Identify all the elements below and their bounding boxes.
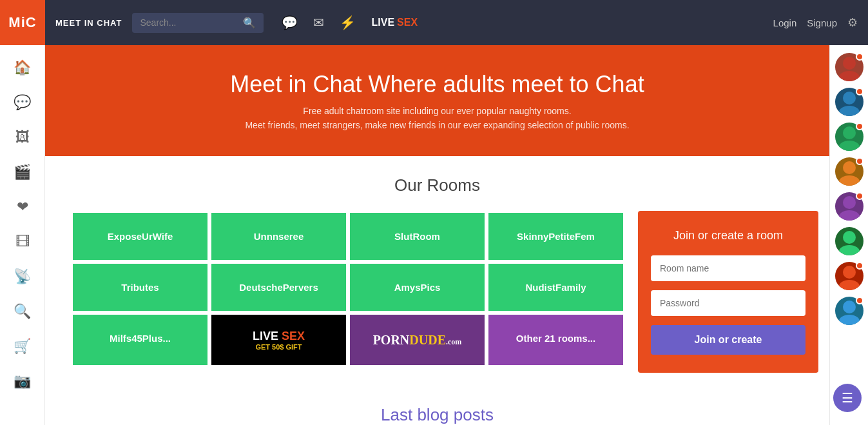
- hero-section: Meet in Chat Where adults meet to Chat F…: [45, 45, 829, 156]
- room-amyspics[interactable]: AmysPics: [348, 262, 487, 313]
- ls-gift: GET 50$ GIFT: [253, 343, 305, 351]
- room-exposexurwife[interactable]: ExposeUrWife: [71, 211, 209, 262]
- chat-float-icon: ☰: [842, 390, 853, 406]
- room-milfs45plus[interactable]: Milfs45Plus...: [71, 313, 209, 367]
- login-link[interactable]: Login: [773, 17, 797, 28]
- sidebar-home[interactable]: 🏠: [6, 52, 39, 84]
- hero-subtitle2: Meet friends, meet strangers, make new f…: [58, 120, 816, 130]
- avatar-8-wrapper: [835, 297, 863, 325]
- bolt-icon[interactable]: ⚡: [340, 15, 356, 30]
- badge-dot-4: [856, 157, 863, 165]
- rooms-with-panel: ExposeUrWife Unnnseree SlutRoom SkinnyPe…: [71, 211, 804, 373]
- svg-point-8: [843, 196, 856, 209]
- sidebar-rss[interactable]: 📡: [6, 261, 39, 293]
- avatar-6[interactable]: [835, 227, 863, 255]
- sex-text: SEX: [397, 17, 418, 28]
- room-nudistfamily[interactable]: NudistFamily: [487, 262, 625, 313]
- avatar-2-wrapper: [835, 88, 863, 116]
- rooms-title: Our Rooms: [71, 175, 804, 195]
- avatar-5-wrapper: [835, 192, 863, 221]
- hero-title: Meet in Chat Where adults meet to Chat: [58, 71, 816, 98]
- room-slutroom[interactable]: SlutRoom: [348, 211, 487, 262]
- badge-dot-3: [856, 123, 863, 130]
- rooms-section: Our Rooms ExposeUrWife Unnnseree SlutRoo…: [45, 156, 829, 392]
- sidebar-video[interactable]: 🎬: [6, 156, 39, 188]
- sidebar-camera[interactable]: 📷: [6, 365, 39, 397]
- avatar-1-wrapper: [835, 53, 863, 81]
- ls-sex: SEX: [282, 330, 305, 342]
- join-title: Join or create a room: [651, 229, 805, 242]
- live-sex-inner: LIVE SEX GET 50$ GIFT: [246, 323, 311, 357]
- brand-name: MEET IN CHAT: [55, 18, 122, 28]
- chat-bubble-icon[interactable]: 💬: [282, 15, 298, 30]
- logo-text: MiC: [8, 14, 36, 31]
- room-skinnypetitefem[interactable]: SkinnyPetiteFem: [487, 211, 625, 262]
- nav-right: Login Signup ⚙: [773, 15, 858, 30]
- room-livesex[interactable]: LIVE SEX GET 50$ GIFT: [209, 313, 348, 367]
- svg-point-6: [843, 161, 856, 174]
- rooms-grid: ExposeUrWife Unnnseree SlutRoom SkinnyPe…: [71, 211, 625, 367]
- rooms-grid-wrapper: ExposeUrWife Unnnseree SlutRoom SkinnyPe…: [71, 211, 625, 373]
- room-porndude[interactable]: PORNDUDE.com: [348, 313, 487, 367]
- pd-com: .com: [446, 337, 461, 346]
- join-panel: Join or create a room Join or create: [638, 211, 818, 373]
- search-icon: 🔍: [243, 17, 256, 29]
- badge-dot-5: [856, 192, 863, 200]
- main-content: Meet in Chat Where adults meet to Chat F…: [45, 45, 829, 425]
- live-text: LIVE: [371, 17, 394, 28]
- signup-link[interactable]: Signup: [807, 17, 837, 28]
- avatar-4-wrapper: [835, 157, 863, 186]
- hero-bg: [45, 45, 829, 156]
- svg-point-15: [839, 315, 860, 325]
- room-unnnseree[interactable]: Unnnseree: [209, 211, 348, 262]
- sidebar-film[interactable]: 🎞: [6, 226, 39, 258]
- svg-point-14: [843, 301, 856, 313]
- svg-point-7: [839, 175, 860, 186]
- badge-dot-7: [856, 262, 863, 270]
- badge-dot-8: [856, 297, 863, 304]
- room-tributes[interactable]: Tributes: [71, 262, 209, 313]
- sidebar-search[interactable]: 🔍: [6, 295, 39, 328]
- room-name-input[interactable]: [651, 255, 805, 281]
- top-navigation: MiC MEET IN CHAT 🔍 💬 ✉ ⚡ LIVE SEX Login …: [0, 0, 868, 45]
- logo-box[interactable]: MiC: [0, 0, 45, 45]
- ls-live: LIVE: [253, 330, 282, 342]
- avatar-6-img: [835, 227, 863, 255]
- svg-point-4: [843, 126, 856, 139]
- sidebar-heart[interactable]: ❤: [6, 191, 39, 223]
- search-input[interactable]: [140, 17, 243, 28]
- password-input[interactable]: [651, 290, 805, 316]
- badge-dot-2: [856, 88, 863, 95]
- svg-point-1: [839, 71, 860, 81]
- pd-porn: PORN: [373, 333, 410, 347]
- svg-point-2: [843, 92, 856, 104]
- sidebar-cart[interactable]: 🛒: [6, 330, 39, 362]
- svg-point-5: [839, 141, 860, 151]
- avatar-6-wrapper: [835, 227, 863, 255]
- search-box: 🔍: [132, 13, 264, 33]
- svg-point-12: [843, 266, 856, 279]
- left-sidebar: 🏠 💬 🖼 🎬 ❤ 🎞 📡 🔍 🛒 📷: [0, 45, 45, 425]
- chat-float-button[interactable]: ☰: [833, 384, 862, 412]
- svg-point-3: [839, 106, 860, 116]
- pd-dude: DUDE: [409, 333, 446, 347]
- pd-text: PORNDUDE.com: [373, 333, 462, 348]
- sidebar-image[interactable]: 🖼: [6, 121, 39, 153]
- svg-point-10: [843, 231, 856, 244]
- right-sidebar: [829, 45, 868, 425]
- blog-title: Last blog posts: [71, 405, 804, 425]
- hero-subtitle1: Free adult chatroom site including our e…: [58, 106, 816, 116]
- live-sex-badge[interactable]: LIVE SEX: [371, 17, 418, 28]
- svg-point-13: [839, 280, 860, 290]
- gear-icon[interactable]: ⚙: [847, 15, 858, 30]
- avatar-3-wrapper: [835, 123, 863, 151]
- join-create-button[interactable]: Join or create: [651, 325, 805, 355]
- blog-section: Last blog posts New sexuality Online Por…: [45, 392, 829, 425]
- avatar-7-wrapper: [835, 262, 863, 290]
- nav-icons: 💬 ✉ ⚡ LIVE SEX: [282, 15, 418, 30]
- mail-icon[interactable]: ✉: [313, 15, 324, 30]
- room-other[interactable]: Other 21 rooms...: [487, 313, 625, 367]
- room-deutschepervers[interactable]: DeutschePervers: [209, 262, 348, 313]
- svg-point-0: [843, 57, 856, 70]
- sidebar-chat[interactable]: 💬: [6, 86, 39, 119]
